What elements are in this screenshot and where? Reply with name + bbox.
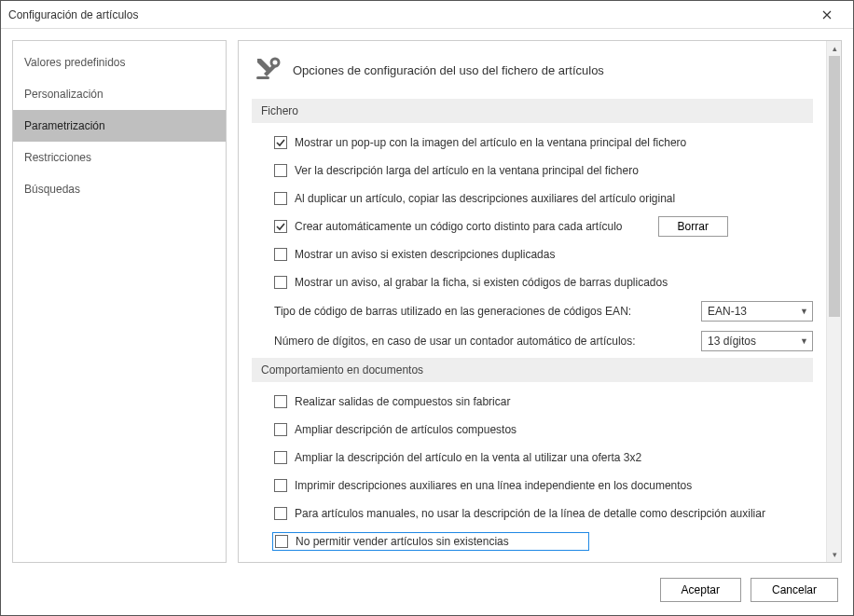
borrar-button[interactable]: Borrar: [658, 216, 728, 237]
content-area: Opciones de configuración del uso del fi…: [239, 41, 826, 562]
titlebar: Configuración de artículos: [1, 1, 853, 29]
sidebar: Valores predefinidos Personalización Par…: [12, 40, 227, 563]
select-num-digitos[interactable]: 13 dígitos ▼: [701, 331, 813, 351]
checkbox-sin-existencias[interactable]: [275, 535, 288, 548]
chevron-down-icon: ▼: [794, 336, 808, 346]
option-row: Mostrar un pop-up con la imagen del artí…: [274, 132, 813, 153]
option-row: Imprimir descripciones auxiliares en una…: [274, 475, 813, 496]
sidebar-item-personalizacion[interactable]: Personalización: [13, 78, 226, 110]
option-row: Realizar salidas de compuestos sin fabri…: [274, 391, 813, 412]
checkbox-codigo-corto[interactable]: [274, 220, 287, 233]
sidebar-item-label: Personalización: [24, 88, 103, 101]
select-tipo-barras[interactable]: EAN-13 ▼: [701, 301, 813, 322]
accept-button[interactable]: Aceptar: [660, 578, 741, 602]
tools-icon: [252, 54, 283, 86]
checkbox-aviso-barras-dup[interactable]: [274, 276, 287, 289]
vertical-scrollbar[interactable]: ▴ ▾: [826, 41, 841, 562]
checkbox-desc-larga[interactable]: [274, 164, 287, 177]
option-row: Crear automáticamente un código corto di…: [274, 216, 813, 237]
dialog-body: Valores predefinidos Personalización Par…: [1, 29, 853, 574]
field-label: Número de dígitos, en caso de usar un co…: [274, 335, 636, 348]
option-row: Tipo de código de barras utilizado en la…: [274, 300, 813, 322]
option-row-highlighted: No permitir vender artículos sin existen…: [274, 531, 813, 552]
sidebar-item-label: Parametrización: [24, 119, 105, 132]
sidebar-item-busquedas[interactable]: Búsquedas: [13, 173, 226, 205]
checkbox-label: Ampliar la descripción del artículo en l…: [295, 451, 641, 464]
chevron-down-icon: ▼: [794, 307, 808, 316]
sidebar-item-label: Valores predefinidos: [24, 56, 126, 69]
option-row: Mostrar un aviso, al grabar la ficha, si…: [274, 272, 813, 293]
checkbox-label: Mostrar un aviso si existen descripcione…: [295, 248, 555, 261]
close-icon: [822, 10, 832, 20]
option-row: Ampliar descripción de artículos compues…: [274, 419, 813, 440]
checkbox-label: Imprimir descripciones auxiliares en una…: [295, 479, 692, 492]
checkbox-label: Ampliar descripción de artículos compues…: [295, 423, 517, 436]
scroll-down-arrow[interactable]: ▾: [827, 547, 842, 562]
select-value: 13 dígitos: [708, 335, 756, 348]
section-header-comportamiento: Comportamiento en documentos: [252, 358, 813, 382]
highlight-box: No permitir vender artículos sin existen…: [272, 532, 589, 551]
sidebar-item-restricciones[interactable]: Restricciones: [13, 142, 226, 173]
checkbox-label: Para artículos manuales, no usar la desc…: [295, 507, 765, 520]
option-row: Crear códigos de barras automáticos desd…: [274, 559, 813, 562]
checkbox-label: Crear automáticamente un código corto di…: [295, 220, 623, 233]
scroll-up-arrow[interactable]: ▴: [827, 41, 842, 56]
section-title: Fichero: [261, 104, 298, 117]
scrollbar-thumb[interactable]: [829, 56, 840, 317]
checkbox-manuales-nodesc[interactable]: [274, 507, 287, 520]
checkbox-popup-imagen[interactable]: [274, 136, 287, 149]
section-body-fichero: Mostrar un pop-up con la imagen del artí…: [252, 123, 826, 358]
checkbox-ampliar-oferta-3x2[interactable]: [274, 451, 287, 464]
option-row: Número de dígitos, en caso de usar un co…: [274, 330, 813, 352]
window-title: Configuración de artículos: [8, 8, 138, 21]
main-panel: Opciones de configuración del uso del fi…: [238, 40, 842, 563]
section-header-fichero: Fichero: [252, 99, 813, 123]
sidebar-item-label: Restricciones: [24, 151, 91, 164]
checkbox-label: No permitir vender artículos sin existen…: [296, 535, 509, 548]
select-value: EAN-13: [708, 305, 747, 318]
checkbox-duplicar-copiar[interactable]: [274, 192, 287, 205]
checkbox-salidas-compuestos[interactable]: [274, 395, 287, 408]
option-row: Ver la descripción larga del artículo en…: [274, 160, 813, 181]
dialog-window: Configuración de artículos Valores prede…: [0, 0, 854, 616]
page-title: Opciones de configuración del uso del fi…: [293, 63, 604, 77]
checkbox-label: Mostrar un aviso, al grabar la ficha, si…: [295, 276, 668, 289]
sidebar-item-parametrizacion[interactable]: Parametrización: [13, 110, 226, 142]
section-body-comportamiento: Realizar salidas de compuestos sin fabri…: [252, 382, 826, 562]
checkbox-label: Ver la descripción larga del artículo en…: [295, 164, 639, 177]
sidebar-item-label: Búsquedas: [24, 183, 80, 196]
checkbox-imprimir-aux[interactable]: [274, 479, 287, 492]
option-row: Al duplicar un artículo, copiar las desc…: [274, 188, 813, 209]
checkbox-label: Mostrar un pop-up con la imagen del artí…: [295, 136, 686, 149]
page-header: Opciones de configuración del uso del fi…: [252, 54, 826, 86]
checkbox-aviso-desc-dup[interactable]: [274, 248, 287, 261]
option-row: Mostrar un aviso si existen descripcione…: [274, 244, 813, 265]
checkbox-ampliar-desc-compuestos[interactable]: [274, 423, 287, 436]
field-label: Tipo de código de barras utilizado en la…: [274, 305, 631, 318]
checkbox-label: Al duplicar un artículo, copiar las desc…: [295, 192, 675, 205]
dialog-footer: Aceptar Cancelar: [1, 574, 853, 615]
sidebar-item-valores-predefinidos[interactable]: Valores predefinidos: [13, 47, 226, 78]
checkbox-label: Realizar salidas de compuestos sin fabri…: [295, 395, 510, 408]
section-title: Comportamiento en documentos: [261, 363, 423, 376]
cancel-button[interactable]: Cancelar: [751, 578, 838, 602]
option-row: Ampliar la descripción del artículo en l…: [274, 447, 813, 468]
option-row: Para artículos manuales, no usar la desc…: [274, 503, 813, 524]
close-button[interactable]: [808, 2, 846, 28]
svg-rect-1: [256, 76, 269, 79]
